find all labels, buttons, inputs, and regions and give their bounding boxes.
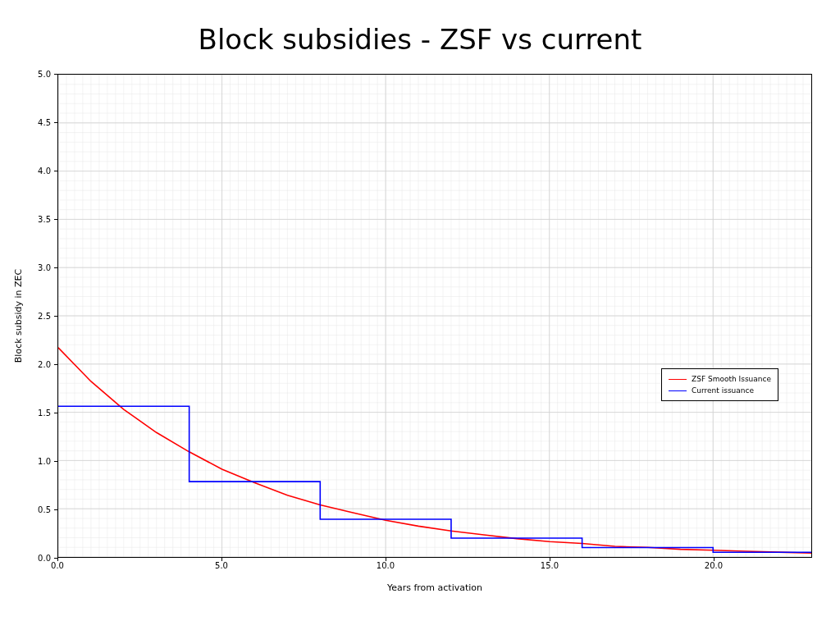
y-tick-label: 3.5 xyxy=(18,215,51,224)
y-tick-label: 4.5 xyxy=(18,118,51,127)
y-tick-label: 1.5 xyxy=(18,409,51,418)
x-tick-label: 0.0 xyxy=(51,561,64,570)
plot-area: ZSF Smooth Issuance Current issuance xyxy=(57,74,812,558)
legend-entry-zsf: ZSF Smooth Issuance xyxy=(669,373,771,385)
chart-title: Block subsidies - ZSF vs current xyxy=(0,23,840,56)
legend-label-current: Current issuance xyxy=(692,385,754,396)
x-tick-label: 20.0 xyxy=(705,561,723,570)
chart-container: { "chart_data": { "type": "line", "title… xyxy=(0,0,840,630)
chart-svg xyxy=(58,75,811,557)
x-tick-label: 15.0 xyxy=(541,561,559,570)
x-axis-label: Years from activation xyxy=(57,582,812,593)
y-tick-label: 0.5 xyxy=(18,505,51,514)
legend-swatch-zsf xyxy=(669,379,687,380)
y-tick-label: 5.0 xyxy=(18,70,51,79)
y-tick-label: 3.0 xyxy=(18,263,51,272)
y-tick-label: 0.0 xyxy=(18,554,51,563)
y-tick-label: 2.0 xyxy=(18,360,51,369)
legend-entry-current: Current issuance xyxy=(669,385,771,396)
legend-swatch-current xyxy=(669,390,687,391)
x-tick-label: 10.0 xyxy=(377,561,395,570)
y-tick-label: 1.0 xyxy=(18,457,51,466)
x-tick-label: 5.0 xyxy=(215,561,228,570)
legend-label-zsf: ZSF Smooth Issuance xyxy=(692,373,771,385)
y-tick-label: 2.5 xyxy=(18,312,51,321)
legend-box: ZSF Smooth Issuance Current issuance xyxy=(661,368,778,401)
y-tick-label: 4.0 xyxy=(18,167,51,176)
